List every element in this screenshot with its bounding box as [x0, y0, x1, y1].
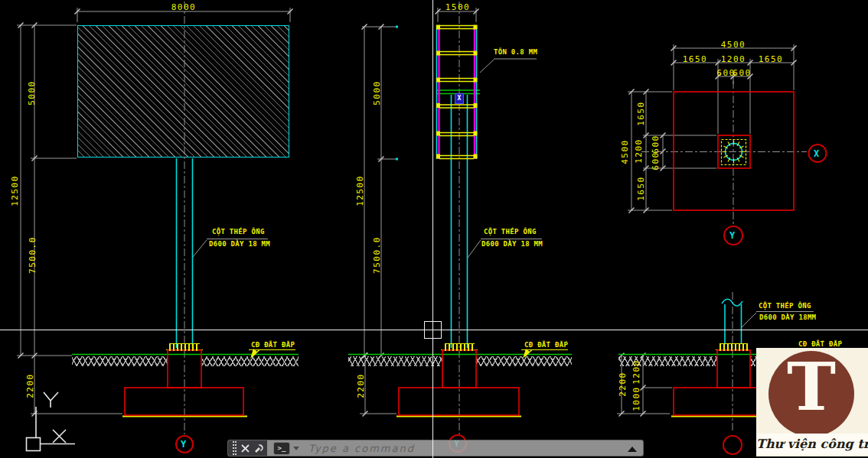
dim-side-width: 1500 — [438, 2, 478, 12]
footing-detail — [674, 388, 769, 415]
dim-side-panel-height: 5000 — [372, 70, 382, 116]
dim-front-embed-depth: 2200 — [25, 367, 35, 405]
command-bar-handle[interactable] — [228, 440, 267, 456]
dim-plan-top-seg3: 1650 — [752, 54, 789, 64]
label-column-front: CỘT THÉP ỐNG — [212, 228, 265, 235]
leader-lines — [193, 59, 814, 327]
dim-detail-upper: 1200 — [631, 357, 641, 388]
close-icon[interactable] — [241, 444, 250, 453]
command-input[interactable]: Type a command — [308, 443, 415, 454]
dim-side-pole-height: 7500.0 — [372, 229, 382, 282]
drag-grip-icon[interactable] — [233, 447, 234, 449]
ucs-y-glyph — [44, 392, 58, 408]
dim-plan-left-seg1: 1650 — [636, 95, 646, 133]
dim-plan-top-seg1: 1650 — [677, 54, 713, 64]
anchor-bolts — [720, 343, 748, 351]
dim-detail-footing: 1000 — [631, 384, 641, 414]
dim-plan-left-bolt2: 600 — [651, 148, 661, 174]
label-sheet-metal: TÔN 0.8 MM — [494, 48, 537, 56]
logo-letter: T — [768, 348, 854, 425]
logo-circle: T — [768, 351, 854, 437]
dim-plan-top-seg2: 1200 — [715, 54, 752, 64]
yellow-lines — [122, 140, 769, 417]
pedestal-detail — [717, 350, 750, 388]
label-column-detail: CỘT THÉP ỐNG — [759, 302, 811, 310]
dim-plan-left-overall: 4500 — [620, 133, 630, 171]
crosshair-pickbox — [424, 321, 442, 339]
label-ground-front: CĐ ĐẤT ĐẮP — [251, 341, 295, 349]
panel-rails — [436, 25, 478, 159]
centerlines — [184, 2, 807, 434]
dim-side-total-height: 12500 — [355, 168, 365, 214]
dim-front-panel-height: 5000 — [27, 70, 37, 116]
watermark-logo: T Thư viện công trình — [756, 348, 868, 456]
dim-front-pole-height: 7500.0 — [28, 229, 38, 282]
dim-side-embed-depth: 2200 — [356, 367, 366, 405]
dim-plan-left-seg2: 1200 — [634, 132, 644, 171]
dim-plan-top-overall: 4500 — [713, 40, 753, 50]
label-column-side: CỘT THÉP ỐNG — [484, 228, 537, 235]
dimension-ticks — [18, 9, 797, 417]
dim-detail-embed-depth: 2200 — [618, 365, 628, 404]
label-column-spec-side: D600 DÀY 18 MM — [481, 240, 543, 248]
axis-bubble-y-plan: Y — [729, 230, 735, 241]
drawing-canvas[interactable]: 8000 5000 12500 7500.0 2200 CỘT THÉP ỐNG… — [0, 0, 868, 458]
point-marker: X — [455, 93, 464, 104]
dim-plan-left-seg3: 1650 — [636, 170, 646, 208]
expand-command-history-icon[interactable] — [628, 447, 637, 452]
logo-caption: Thư viện công trình — [756, 434, 868, 455]
axis-bubble-y-front: Y — [181, 439, 186, 450]
crosshair-cursor-vertical — [432, 0, 433, 458]
label-ground-side: CĐ ĐẤT ĐẮP — [524, 341, 568, 349]
ground-lines — [72, 90, 758, 355]
label-column-spec-front: D600 DÀY 18 MM — [209, 240, 270, 248]
anchor-bolts — [445, 343, 475, 351]
panel-frame-magenta — [439, 25, 475, 159]
label-ground-detail: CĐ ĐẤT ĐẮP — [798, 340, 842, 348]
anchor-bolts — [169, 343, 200, 351]
customize-wrench-icon[interactable] — [254, 443, 265, 453]
dim-front-total-height: 12500 — [10, 168, 20, 214]
dim-front-width: 8000 — [164, 2, 204, 12]
command-prompt-icon[interactable]: >_ — [273, 442, 290, 455]
ucs-x-glyph — [53, 430, 66, 443]
recent-commands-caret-icon[interactable] — [293, 447, 299, 450]
axis-bubble-x-plan: X — [814, 148, 819, 159]
label-column-spec-detail: D600 DÀY 18MM — [759, 313, 816, 321]
dim-plan-top-bolt2: 600 — [729, 68, 755, 78]
command-bar[interactable]: >_ Type a command — [227, 440, 644, 456]
